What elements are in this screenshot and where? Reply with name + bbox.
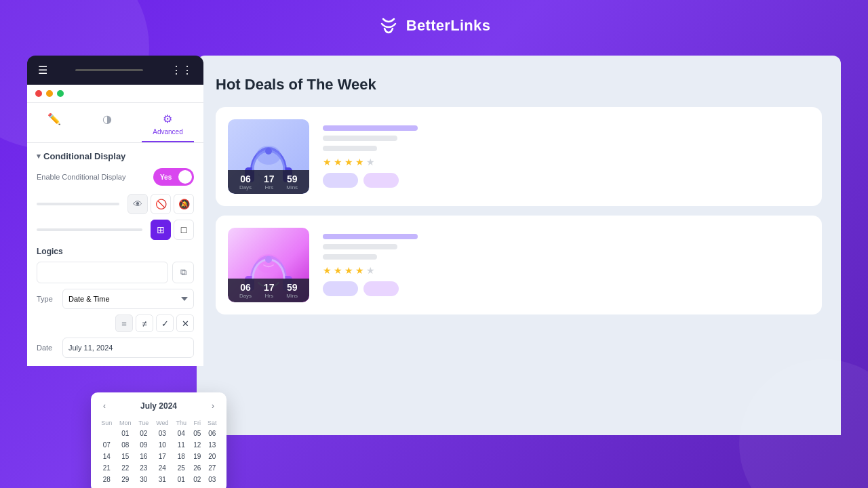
- main-container: ☰ ⋮⋮ ✏️ ◑ ⚙ Advanced: [0, 49, 868, 435]
- cal-week-1: 01 02 03 04 05 06: [98, 428, 220, 439]
- cal-day[interactable]: 19: [190, 451, 205, 462]
- days-label-1: Days: [239, 184, 252, 190]
- cal-day[interactable]: 16: [135, 451, 152, 462]
- stars-row-1: ★ ★ ★ ★ ★: [323, 157, 810, 167]
- cal-day[interactable]: 09: [135, 439, 152, 451]
- cal-prev-btn[interactable]: ‹: [98, 399, 111, 413]
- calendar-header: ‹ July 2024 ›: [98, 399, 220, 413]
- op-cross[interactable]: ✕: [176, 314, 194, 332]
- cal-day[interactable]: 30: [135, 474, 152, 485]
- product-btn-2a[interactable]: [323, 281, 358, 296]
- product-btn-1b[interactable]: [363, 173, 399, 188]
- cal-day[interactable]: 26: [190, 462, 205, 474]
- cal-day[interactable]: 23: [135, 462, 152, 474]
- cal-day[interactable]: 28: [98, 474, 115, 485]
- cal-day[interactable]: 17: [152, 451, 172, 462]
- toggle-knob: [178, 170, 192, 184]
- date-input[interactable]: [62, 338, 194, 358]
- cal-day[interactable]: 12: [190, 439, 205, 451]
- square-icon: □: [181, 224, 186, 235]
- logics-input-field[interactable]: [37, 262, 168, 283]
- product-info-2: ★ ★ ★ ★ ★: [323, 234, 810, 296]
- countdown-days-1: 06 Days: [239, 174, 252, 190]
- square-view-btn[interactable]: □: [174, 220, 194, 240]
- grid-dots-icon[interactable]: ⋮⋮: [171, 64, 193, 77]
- cal-day[interactable]: 14: [98, 451, 115, 462]
- cal-day[interactable]: 25: [172, 462, 190, 474]
- grid-view-btn[interactable]: ⊞: [151, 220, 171, 240]
- op-not-equals[interactable]: ≠: [136, 314, 153, 332]
- cal-day[interactable]: 01: [115, 428, 135, 439]
- calendar-popup: ‹ July 2024 › Sun Mon Tue Wed Thu: [91, 392, 226, 488]
- panel-content: Conditional Display Enable Conditional D…: [27, 143, 203, 366]
- cal-day[interactable]: 22: [115, 462, 135, 474]
- muted-icon: 🔕: [178, 199, 190, 209]
- cal-week-2: 07 08 09 10 11 12 13: [98, 439, 220, 451]
- cal-day today[interactable]: 11: [172, 439, 190, 451]
- cal-day[interactable]: 18: [172, 451, 190, 462]
- device-btn-visible[interactable]: 👁: [127, 194, 148, 214]
- product-btn-row-1: [323, 173, 810, 188]
- conditional-display-toggle[interactable]: Yes: [153, 168, 194, 186]
- style-icon: ◑: [102, 113, 112, 125]
- cal-day[interactable]: 10: [152, 439, 172, 451]
- product-btn-row-2: [323, 281, 810, 296]
- toggle-yes-text: Yes: [155, 174, 172, 181]
- slider-placeholder-2: [37, 228, 142, 231]
- cal-day[interactable]: 21: [98, 462, 115, 474]
- product-btn-2b[interactable]: [363, 281, 399, 296]
- cal-week-5: 28 29 30 31 01 02 03: [98, 474, 220, 485]
- cal-next-btn[interactable]: ›: [206, 399, 220, 413]
- type-select[interactable]: Date & Time User Role Browser Device: [62, 289, 194, 309]
- cal-day-header-tue: Tue: [135, 418, 152, 428]
- tab-advanced[interactable]: ⚙ Advanced: [142, 108, 193, 142]
- days-value-1: 06: [240, 174, 251, 184]
- cal-day[interactable]: 06: [205, 428, 220, 439]
- op-check[interactable]: ✓: [156, 314, 174, 332]
- cal-day other-month[interactable]: 03: [205, 474, 220, 485]
- cal-day[interactable]: 27: [205, 462, 220, 474]
- product-btn-1a[interactable]: [323, 173, 358, 188]
- star-2: ★: [334, 157, 342, 167]
- cal-day[interactable]: 08: [115, 439, 135, 451]
- product-desc-bar-3: [323, 244, 397, 249]
- cal-day other-month[interactable]: 02: [190, 474, 205, 485]
- gear-icon: ⚙: [163, 113, 172, 125]
- star-5-empty: ★: [366, 157, 375, 167]
- mobile-topbar: ☰ ⋮⋮: [27, 56, 203, 85]
- product-name-bar-2: [323, 234, 418, 239]
- edit-icon: ✏️: [47, 113, 61, 125]
- countdown-1: 06 Days 17 Hrs 59 Mins: [228, 170, 309, 194]
- product-desc-bar-4: [323, 254, 377, 260]
- cal-day[interactable]: 15: [115, 451, 135, 462]
- device-btn-hidden[interactable]: 🚫: [151, 194, 171, 214]
- cal-day[interactable]: 05: [190, 428, 205, 439]
- view-btn-row: ⊞ □: [37, 220, 194, 240]
- cal-day[interactable]: 03: [152, 428, 172, 439]
- op-equals[interactable]: =: [115, 314, 133, 332]
- cal-day[interactable]: 20: [205, 451, 220, 462]
- tab-style[interactable]: ◑: [92, 108, 123, 142]
- conditional-display-section: Conditional Display: [37, 151, 194, 161]
- copy-button[interactable]: ⧉: [172, 262, 194, 283]
- date-row: Date ‹ July 2024 › Sun Mon: [37, 338, 194, 358]
- cal-day[interactable]: 02: [135, 428, 152, 439]
- logo-icon: [378, 15, 399, 37]
- cal-day[interactable]: 31: [152, 474, 172, 485]
- device-btn-muted[interactable]: 🔕: [174, 194, 194, 214]
- hrs-value-2: 17: [264, 282, 275, 293]
- eye-icon: 👁: [133, 199, 142, 209]
- cal-day[interactable]: 13: [205, 439, 220, 451]
- cal-day-header-thu: Thu: [172, 418, 190, 428]
- cal-day[interactable]: 04: [172, 428, 190, 439]
- tab-edit[interactable]: ✏️: [37, 108, 72, 142]
- cal-day[interactable]: 24: [152, 462, 172, 474]
- grid-icon: ⊞: [157, 224, 165, 235]
- cal-day[interactable]: [98, 428, 115, 439]
- cal-day[interactable]: 29: [115, 474, 135, 485]
- hamburger-icon[interactable]: ☰: [38, 64, 47, 77]
- cal-day-header-sat: Sat: [205, 418, 220, 428]
- cal-day[interactable]: 07: [98, 439, 115, 451]
- cal-day other-month[interactable]: 01: [172, 474, 190, 485]
- days-label-2: Days: [239, 293, 252, 299]
